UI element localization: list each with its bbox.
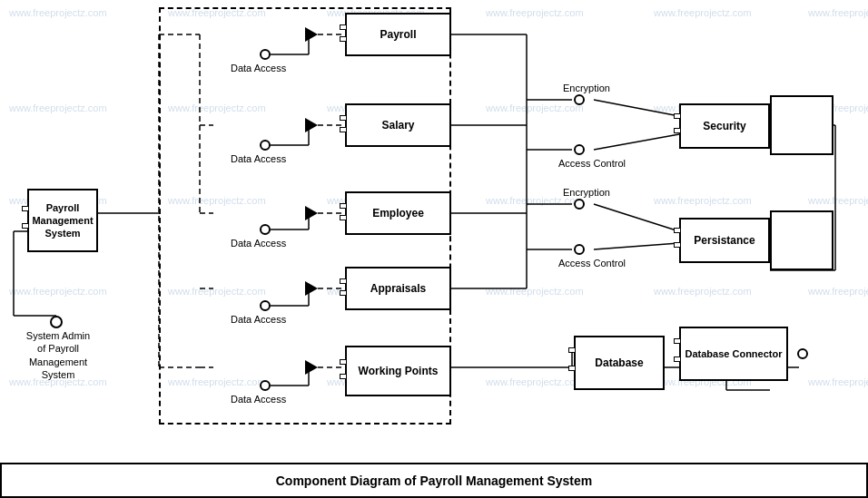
employee-data-access-label: Data Access — [231, 237, 286, 249]
working-points-data-access-circle — [260, 380, 271, 391]
salary-triangle — [305, 118, 318, 132]
notch — [340, 24, 347, 30]
notch — [340, 36, 347, 42]
persistance-component: Persistance — [679, 218, 770, 263]
database-connector-lollipop — [797, 348, 808, 359]
notch — [674, 228, 681, 233]
watermark: www.freeprojectz.com — [486, 7, 584, 18]
notch — [340, 127, 347, 132]
watermark: www.freeprojectz.com — [9, 7, 107, 18]
database-label: Database — [595, 356, 643, 369]
watermark: www.freeprojectz.com — [654, 7, 752, 18]
access-control2-circle — [574, 244, 585, 255]
database-component: Database — [574, 336, 665, 390]
appraisals-triangle — [305, 281, 318, 296]
security-component: Security — [679, 103, 770, 149]
watermark: www.freeprojectz.com — [808, 195, 868, 206]
encryption1-label: Encryption — [563, 82, 610, 94]
persistance-label: Persistance — [694, 234, 755, 247]
watermark: www.freeprojectz.com — [808, 7, 868, 18]
persistance-outer-box — [770, 210, 833, 270]
working-points-component: Working Points — [345, 346, 451, 396]
salary-label: Salary — [381, 119, 414, 132]
working-points-data-access-label: Data Access — [231, 393, 286, 405]
watermark: www.freeprojectz.com — [654, 195, 752, 206]
notch — [340, 374, 347, 379]
notch — [568, 347, 576, 353]
footer: Component Diagram of Payroll Management … — [0, 463, 868, 498]
employee-triangle — [305, 206, 318, 220]
watermark: www.freeprojectz.com — [486, 286, 584, 297]
notch — [568, 366, 576, 371]
watermark: www.freeprojectz.com — [486, 103, 584, 113]
watermark: www.freeprojectz.com — [9, 286, 107, 297]
access-control1-circle — [574, 144, 585, 155]
watermark: www.freeprojectz.com — [808, 376, 868, 387]
payroll-component: Payroll — [345, 13, 451, 56]
database-connector-label: Database Connector — [686, 348, 783, 359]
notch — [340, 359, 347, 365]
notch — [674, 356, 681, 362]
notch — [674, 338, 681, 344]
payroll-data-access-label: Data Access — [231, 62, 286, 74]
notch — [340, 115, 347, 121]
notch — [340, 290, 347, 296]
employee-data-access-circle — [260, 224, 271, 235]
diagram-area: www.freeprojectz.com www.freeprojectz.co… — [0, 0, 868, 463]
notch — [340, 215, 347, 220]
employee-component: Employee — [345, 191, 451, 235]
notch — [674, 113, 681, 119]
encryption2-label: Encryption — [563, 186, 610, 199]
salary-data-access-label: Data Access — [231, 152, 286, 165]
working-points-triangle — [305, 360, 318, 375]
notch — [340, 203, 347, 209]
payroll-triangle — [305, 27, 318, 42]
actor-circle — [50, 316, 63, 328]
notch — [674, 242, 681, 248]
payroll-label: Payroll — [380, 28, 416, 41]
watermark: www.freeprojectz.com — [486, 376, 584, 387]
notch-top — [22, 206, 29, 211]
payroll-management-system-box: Payroll Management System — [27, 189, 98, 252]
footer-title: Component Diagram of Payroll Management … — [276, 474, 593, 488]
access-control2-label: Access Control — [558, 257, 626, 269]
appraisals-data-access-label: Data Access — [231, 313, 286, 326]
appraisals-data-access-circle — [260, 300, 271, 311]
appraisals-label: Appraisals — [370, 282, 426, 295]
salary-data-access-circle — [260, 140, 271, 151]
salary-component: Salary — [345, 103, 451, 147]
payroll-data-access-circle — [260, 49, 271, 60]
svg-line-43 — [594, 204, 679, 231]
notch — [674, 128, 681, 133]
svg-line-36 — [594, 100, 679, 116]
notch — [340, 278, 347, 284]
encryption1-circle — [574, 94, 585, 105]
working-points-label: Working Points — [359, 365, 439, 377]
system-label: Payroll Management System — [32, 201, 93, 240]
system-admin-label: System Adminof PayrollManagementSystem — [13, 329, 104, 381]
security-label: Security — [703, 120, 745, 132]
watermark: www.freeprojectz.com — [9, 103, 107, 113]
security-outer-box — [770, 95, 833, 155]
appraisals-component: Appraisals — [345, 267, 451, 310]
watermark: www.freeprojectz.com — [654, 286, 752, 297]
database-connector-component: Database Connector — [679, 327, 788, 381]
watermark: www.freeprojectz.com — [808, 286, 868, 297]
encryption2-circle — [574, 199, 585, 210]
access-control1-label: Access Control — [558, 157, 626, 170]
notch-bottom — [22, 223, 29, 229]
employee-label: Employee — [372, 207, 424, 220]
svg-line-37 — [594, 134, 679, 150]
svg-line-44 — [594, 243, 679, 249]
